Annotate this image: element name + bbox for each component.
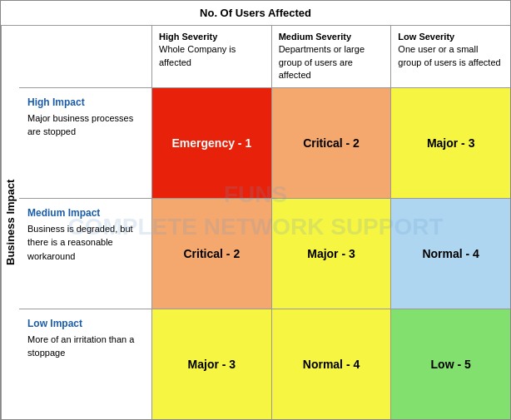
cell-high-low-text: Major - 3 (427, 136, 475, 150)
cell-low-low: Low - 5 (391, 309, 510, 419)
row-label-medium: Medium Impact Business is degraded, but … (19, 199, 152, 309)
row-label-medium-desc: Business is degraded, but there is a rea… (27, 224, 133, 261)
main-container: FUNSCOMPLETE NETWORK SUPPORT No. Of User… (0, 0, 511, 420)
col-header-high-subtitle: Whole Company is affected (159, 44, 236, 67)
cell-high-medium-text: Critical - 2 (303, 136, 360, 150)
col-header-row: High Severity Whole Company is affected … (19, 26, 510, 88)
cell-high-high-text: Emergency - 1 (171, 136, 251, 150)
col-header-low-title: Low Severity (398, 31, 504, 43)
row-medium-impact: Medium Impact Business is degraded, but … (19, 199, 510, 309)
col-header-high: High Severity Whole Company is affected (152, 26, 272, 87)
col-header-medium-subtitle: Departments or large group of users are … (279, 44, 365, 80)
corner-cell (19, 26, 152, 87)
row-label-low-title: Low Impact (27, 316, 143, 331)
row-low-impact: Low Impact More of an irritation than a … (19, 309, 510, 419)
row-high-impact: High Impact Major business processes are… (19, 88, 510, 199)
rows-area: High Impact Major business processes are… (19, 88, 510, 419)
col-header-low: Low Severity One user or a small group o… (391, 26, 510, 87)
col-header-high-title: High Severity (159, 31, 265, 43)
right-grid: High Severity Whole Company is affected … (19, 26, 510, 419)
cell-medium-low-text: Normal - 4 (422, 247, 479, 260)
row-label-high: High Impact Major business processes are… (19, 88, 152, 198)
col-header-medium: Medium Severity Departments or large gro… (272, 26, 392, 87)
table-title: No. Of Users Affected (1, 1, 510, 26)
cell-low-high-text: Major - 3 (188, 358, 236, 371)
row-label-high-desc: Major business processes are stopped (27, 113, 133, 137)
cell-medium-high-text: Critical - 2 (183, 247, 240, 260)
cell-low-medium: Normal - 4 (272, 309, 392, 419)
row-label-low-desc: More of an irritation than a stoppage (27, 334, 134, 358)
cell-high-low: Major - 3 (391, 88, 510, 198)
cell-high-medium: Critical - 2 (272, 88, 392, 198)
cell-low-high: Major - 3 (152, 309, 272, 419)
content-area: Business Impact High Severity Whole Comp… (1, 26, 510, 419)
col-header-low-subtitle: One user or a small group of users is af… (398, 44, 500, 67)
col-header-medium-title: Medium Severity (279, 31, 384, 43)
cell-low-medium-text: Normal - 4 (303, 358, 360, 371)
cell-medium-low: Normal - 4 (391, 199, 510, 309)
side-label: Business Impact (1, 26, 19, 419)
cell-high-high: Emergency - 1 (152, 88, 272, 198)
cell-medium-high: Critical - 2 (152, 199, 272, 309)
cell-low-low-text: Low - 5 (431, 358, 471, 371)
cell-medium-medium-text: Major - 3 (307, 247, 355, 260)
cell-medium-medium: Major - 3 (272, 199, 392, 309)
row-label-high-title: High Impact (27, 95, 143, 110)
row-label-low: Low Impact More of an irritation than a … (19, 309, 152, 419)
row-label-medium-title: Medium Impact (27, 205, 143, 220)
